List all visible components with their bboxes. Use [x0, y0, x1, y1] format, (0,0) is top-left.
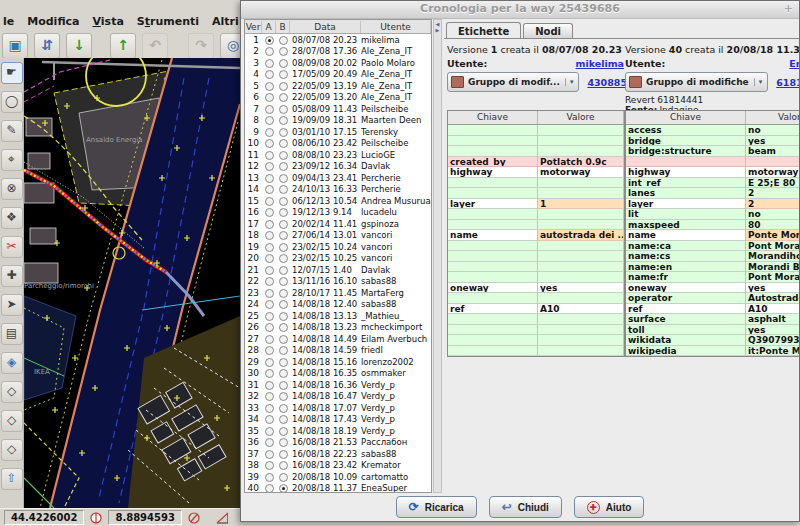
version-a-radio[interactable] [265, 358, 274, 367]
version-a-radio[interactable] [265, 369, 274, 378]
version-b-radio[interactable] [279, 93, 288, 102]
changeset-link-v40[interactable]: 61817106 [776, 77, 799, 88]
undo-icon[interactable]: ↶ [142, 33, 168, 59]
version-row[interactable]: 16 19/12/13 9.14 lucadelu [245, 207, 431, 219]
version-a-radio[interactable] [265, 93, 274, 102]
version-row[interactable]: 37 16/08/18 22.23 sabas88 [245, 448, 431, 460]
version-a-radio[interactable] [265, 404, 274, 413]
version-row[interactable]: 1 08/07/08 20.23 mikelima [245, 34, 431, 46]
map-canvas[interactable]: Ansaldo Energia Parcheggio/rimorchi IKEA [24, 58, 240, 508]
version-b-radio[interactable] [279, 116, 288, 125]
menu-item[interactable]: Modifica [27, 15, 79, 28]
version-a-radio[interactable] [265, 208, 274, 217]
chevron-down-icon[interactable]: ▾ [754, 78, 765, 86]
menu-item[interactable]: Altri strumenti [212, 15, 240, 28]
version-row[interactable]: 30 14/08/18 16.35 osmmaker [245, 368, 431, 380]
version-a-radio[interactable] [265, 277, 274, 286]
version-row[interactable]: 29 14/08/18 15.16 lorenzo2002 [245, 356, 431, 368]
version-row[interactable]: 8 19/09/09 18.31 Maarten Deen [245, 115, 431, 127]
node-square-tool[interactable]: ◇ [1, 410, 23, 432]
version-a-radio[interactable] [265, 438, 274, 447]
version-a-radio[interactable] [265, 36, 274, 45]
version-row[interactable]: 21 12/07/15 1.40 Davlak [245, 264, 431, 276]
version-b-radio[interactable] [279, 381, 288, 390]
version-b-radio[interactable] [279, 254, 288, 263]
version-row[interactable]: 35 14/08/18 18.19 Verdy_p [245, 425, 431, 437]
version-a-radio[interactable] [265, 70, 274, 79]
version-row[interactable]: 31 14/08/18 16.36 Verdy_p [245, 379, 431, 391]
version-a-radio[interactable] [265, 323, 274, 332]
version-b-radio[interactable] [279, 300, 288, 309]
version-a-radio[interactable] [265, 254, 274, 263]
improve-accuracy-tool[interactable]: ⌖ [1, 149, 23, 171]
version-b-radio[interactable] [279, 243, 288, 252]
version-a-radio[interactable] [265, 151, 274, 160]
version-b-radio[interactable] [279, 36, 288, 45]
version-a-radio[interactable] [265, 220, 274, 229]
version-row[interactable]: 4 17/05/09 20.49 Ale_Zena_IT [245, 69, 431, 81]
version-row[interactable]: 25 14/08/18 13.13 _Mathieu_ [245, 310, 431, 322]
menu-item[interactable]: Strumenti [137, 15, 199, 28]
version-b-radio[interactable] [279, 208, 288, 217]
chevron-down-icon[interactable]: ▾ [565, 78, 576, 86]
version-b-radio[interactable] [279, 358, 288, 367]
node-circle-tool[interactable]: ◇ [1, 381, 23, 403]
version-a-radio[interactable] [265, 243, 274, 252]
version-b-radio[interactable] [279, 105, 288, 114]
version-row[interactable]: 40 20/08/18 11.37 EneaSuper [245, 483, 431, 494]
download-osm-icon[interactable]: ⇵ [34, 33, 60, 59]
version-row[interactable]: 33 14/08/18 17.07 Verdy_p [245, 402, 431, 414]
version-b-radio[interactable] [279, 415, 288, 424]
version-b-radio[interactable] [279, 369, 288, 378]
version-row[interactable]: 39 20/08/18 10.09 cartomatto [245, 471, 431, 483]
zoom-tool[interactable]: ◯ [1, 91, 23, 113]
menu-item[interactable]: le [3, 15, 14, 28]
menu-item[interactable]: Vista [92, 15, 123, 28]
version-b-radio[interactable] [279, 82, 288, 91]
version-a-radio[interactable] [265, 461, 274, 470]
version-a-radio[interactable] [265, 47, 274, 56]
version-b-radio[interactable] [279, 312, 288, 321]
parallel-way-tool[interactable]: ❖ [1, 207, 23, 229]
version-row[interactable]: 2 28/07/08 17.36 Ale_Zena_IT [245, 46, 431, 58]
version-a-radio[interactable] [265, 59, 274, 68]
move-node-tool[interactable]: ✚ [1, 265, 23, 287]
version-b-radio[interactable] [279, 220, 288, 229]
version-a-radio[interactable] [265, 312, 274, 321]
changeset-dropdown-v1[interactable]: Gruppo di modif... ▾ [447, 72, 579, 92]
version-b-radio[interactable] [279, 185, 288, 194]
reload-button[interactable]: ⟳ Ricarica [396, 496, 477, 518]
version-a-radio[interactable] [265, 231, 274, 240]
draw-tool[interactable]: ✎ [1, 120, 23, 142]
version-b-radio[interactable] [279, 231, 288, 240]
close-button[interactable]: ↩ Chiudi [489, 496, 562, 518]
tab-etichette[interactable]: Etichette [446, 22, 521, 38]
version-row[interactable]: 12 23/09/12 16.34 Davlak [245, 161, 431, 173]
version-row[interactable]: 17 20/02/14 11.41 gspinoza [245, 218, 431, 230]
version-b-radio[interactable] [279, 174, 288, 183]
version-b-radio[interactable] [279, 450, 288, 459]
version-a-radio[interactable] [265, 346, 274, 355]
version-b-radio[interactable] [279, 335, 288, 344]
version-b-radio[interactable] [279, 162, 288, 171]
version-row[interactable]: 6 22/05/09 13.20 Ale_Zena_IT [245, 92, 431, 104]
version-a-radio[interactable] [265, 128, 274, 137]
node-merge-tool[interactable]: ◇ [1, 439, 23, 461]
version-a-radio[interactable] [265, 381, 274, 390]
panel-splitter[interactable]: ◀ ▶ [433, 19, 442, 493]
version-b-radio[interactable] [279, 70, 288, 79]
version-a-radio[interactable] [265, 185, 274, 194]
version-a-radio[interactable] [265, 484, 274, 493]
version-a-radio[interactable] [265, 473, 274, 482]
redo-icon[interactable]: ↷ [188, 33, 214, 59]
version-b-radio[interactable] [279, 151, 288, 160]
version-row[interactable]: 22 13/11/16 16.10 sabas88 [245, 276, 431, 288]
version-row[interactable]: 27 14/08/18 14.49 Eilam Averbuch [245, 333, 431, 345]
follow-line-tool[interactable]: ⇧ [1, 468, 23, 490]
version-row[interactable]: 23 28/10/17 11.45 MartaFerg [245, 287, 431, 299]
version-row[interactable]: 3 08/09/08 20.02 Paolo Molaro [245, 57, 431, 69]
version-row[interactable]: 24 14/08/18 12.40 sabas88 [245, 299, 431, 311]
version-row[interactable]: 11 08/08/10 23.23 LucioGE [245, 149, 431, 161]
version-a-radio[interactable] [265, 139, 274, 148]
maximize-icon[interactable]: + [784, 1, 793, 17]
